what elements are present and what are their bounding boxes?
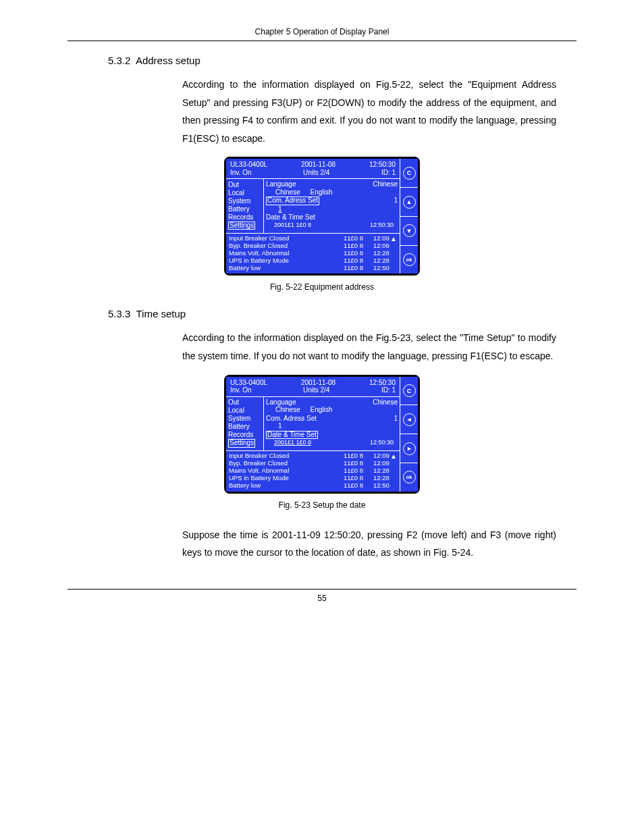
section-heading: Time setup <box>136 308 186 319</box>
caption-fig23: Fig. 5-23 Setup the date <box>68 500 576 510</box>
header-rule <box>68 41 576 41</box>
addr-set-label: Com. Adress Set <box>266 415 317 423</box>
down-button[interactable]: ▼ <box>403 224 416 237</box>
datetime-label[interactable]: Date & Time Set <box>266 431 318 440</box>
language-opt-english[interactable]: English <box>310 406 332 413</box>
menu-records[interactable]: Records <box>228 213 263 221</box>
id-label: ID: 1 <box>381 169 396 177</box>
time-label: 12:50:30 <box>369 379 396 387</box>
status-label: Inv. On <box>230 386 252 394</box>
caption-fig22: Fig. 5-22 Equipment address <box>68 282 576 292</box>
lcd-events: ▲ Input Breaker Closed11£­0 812:09 Byp. … <box>226 234 400 274</box>
left-button[interactable]: ◂ <box>403 413 416 426</box>
addr-value: 1 <box>394 415 398 423</box>
lcd-panel-fig22: UL33-0400L 2001-11-08 12:50:30 Inv. On U… <box>224 157 420 276</box>
lcd-content: Language Chinese Chinese English Com. Ad… <box>264 397 400 451</box>
esc-button[interactable]: C <box>403 384 416 397</box>
model-label: UL33-0400L <box>230 379 267 387</box>
event-row: Battery low11£­0 812:50 <box>229 265 397 272</box>
menu-records[interactable]: Records <box>228 431 263 439</box>
para-532: According to the information displayed o… <box>182 76 556 147</box>
dt-time: 12:50:30 <box>370 439 394 446</box>
lcd-screen: UL33-0400L 2001-11-08 12:50:30 Inv. On U… <box>226 377 400 492</box>
id-label: ID: 1 <box>381 386 396 394</box>
lcd-topbar: UL33-0400L 2001-11-08 12:50:30 Inv. On U… <box>226 377 400 397</box>
lcd-buttons: C ◂ ▸ ok <box>400 377 418 492</box>
lcd-sidebar: Out Local System Battery Records Setting… <box>226 179 264 233</box>
language-opt-english[interactable]: English <box>310 188 332 196</box>
section-heading: Address setup <box>136 55 200 66</box>
menu-settings[interactable]: Settings <box>228 221 255 230</box>
lcd-buttons: C ▲ ▼ ok <box>400 159 418 273</box>
section-title-533: 5.3.3 Time setup <box>108 308 576 319</box>
menu-system[interactable]: System <box>228 415 263 423</box>
scroll-up-icon[interactable]: ▲ <box>390 452 397 461</box>
language-opt-chinese[interactable]: Chinese <box>275 406 300 413</box>
lcd-topbar: UL33-0400L 2001-11-08 12:50:30 Inv. On U… <box>226 159 400 179</box>
datetime-label: Date & Time Set <box>266 213 315 221</box>
lcd-sidebar: Out Local System Battery Records Setting… <box>226 397 264 451</box>
language-opt-chinese[interactable]: Chinese <box>275 188 300 196</box>
language-current: Chinese <box>373 398 398 407</box>
addr-edit-value[interactable]: 1 <box>278 205 282 213</box>
addr-value-small: 1 <box>278 422 282 429</box>
menu-battery[interactable]: Battery <box>228 423 263 431</box>
section-title-532: 5.3.2 Address setup <box>108 55 576 66</box>
menu-local[interactable]: Local <box>228 189 263 197</box>
menu-battery[interactable]: Battery <box>228 205 263 213</box>
time-label: 12:50:30 <box>369 161 396 169</box>
status-label: Inv. On <box>230 169 252 177</box>
dt-date: 2001£­1 1£­0 8 <box>274 221 311 228</box>
up-button[interactable]: ▲ <box>403 196 416 209</box>
ok-button[interactable]: ok <box>403 253 416 266</box>
menu-out[interactable]: Out <box>228 398 263 407</box>
dt-date-edit[interactable]: 2001£­1 1£­0 8 <box>274 439 311 446</box>
model-label: UL33-0400L <box>230 161 267 169</box>
event-row: UPS in Battery Mode11£­0 812:28 <box>229 257 397 265</box>
menu-local[interactable]: Local <box>228 407 263 415</box>
page-number: 55 <box>68 594 576 603</box>
lcd-events: ▲ Input Breaker Closed11£­0 812:09 Byp. … <box>226 451 400 492</box>
ok-button[interactable]: ok <box>403 471 416 484</box>
units-label: Units 2/4 <box>303 169 329 177</box>
footer-rule <box>68 589 576 590</box>
section-num: 5.3.3 <box>108 308 130 319</box>
para-533a: According to the information displayed o… <box>182 329 556 365</box>
right-button[interactable]: ▸ <box>403 442 416 455</box>
addr-set-label[interactable]: Com. Adress Set <box>266 197 319 205</box>
menu-out[interactable]: Out <box>228 181 263 189</box>
lcd-panel-fig23: UL33-0400L 2001-11-08 12:50:30 Inv. On U… <box>224 375 420 494</box>
chapter-header: Chapter 5 Operation of Display Panel <box>68 27 576 36</box>
language-current: Chinese <box>373 180 398 188</box>
language-label: Language <box>266 180 296 188</box>
addr-value: 1 <box>394 197 398 205</box>
event-row: Battery low11£­0 812:50 <box>229 482 397 490</box>
date-label: 2001-11-08 <box>301 379 336 387</box>
event-row: Mains Volt. Abnormal11£­0 812:28 <box>229 250 397 257</box>
dt-time: 12:50:30 <box>370 221 394 228</box>
units-label: Units 2/4 <box>303 386 329 394</box>
menu-settings[interactable]: Settings <box>228 439 255 448</box>
esc-button[interactable]: C <box>403 167 416 180</box>
lcd-screen: UL33-0400L 2001-11-08 12:50:30 Inv. On U… <box>226 159 400 273</box>
para-533b: Suppose the time is 2001-11-09 12:50:20,… <box>182 526 556 562</box>
section-num: 5.3.2 <box>108 55 130 66</box>
date-label: 2001-11-08 <box>301 161 336 169</box>
menu-system[interactable]: System <box>228 197 263 205</box>
language-label: Language <box>266 398 296 407</box>
lcd-content: Language Chinese Chinese English Com. Ad… <box>264 179 400 233</box>
scroll-up-icon[interactable]: ▲ <box>390 235 397 243</box>
